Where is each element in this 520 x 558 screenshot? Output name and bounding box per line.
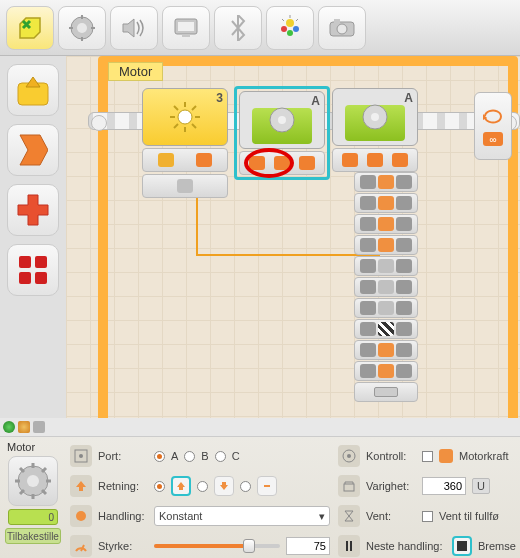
- wait-icon: [378, 301, 394, 315]
- orange-indicator[interactable]: [18, 421, 30, 433]
- palette-move-block[interactable]: [7, 64, 59, 116]
- display-button[interactable]: [162, 6, 210, 50]
- canvas[interactable]: Motor 3 A: [66, 56, 520, 418]
- settings-button[interactable]: [58, 6, 106, 50]
- duration-label: Varighet:: [366, 480, 416, 492]
- mini-icon: [158, 153, 174, 167]
- block-preview: [8, 456, 58, 506]
- action-icon: [70, 505, 92, 527]
- plug-icon: [396, 175, 412, 189]
- wait-option-label: Vent til fullfø: [439, 510, 499, 522]
- port-b-radio[interactable]: [184, 451, 195, 462]
- start-program-button[interactable]: [6, 6, 54, 50]
- svg-line-45: [42, 468, 46, 472]
- port-b-label: B: [201, 450, 208, 462]
- plug-icon: [360, 364, 376, 378]
- direction-stop-radio[interactable]: [240, 481, 251, 492]
- plug-icon: [396, 364, 412, 378]
- arrow-up-icon: [342, 153, 358, 167]
- port-a-radio[interactable]: [154, 451, 165, 462]
- motor-block-expanded[interactable]: A: [332, 88, 418, 172]
- light-sensor-block[interactable]: 3: [142, 88, 228, 198]
- palette-signal-block[interactable]: [7, 124, 59, 176]
- reset-button[interactable]: Tilbakestille: [5, 528, 61, 544]
- svg-point-53: [76, 511, 86, 521]
- direction-up-button[interactable]: [171, 476, 191, 496]
- arrow-up-icon: [196, 153, 212, 167]
- direction-up-radio[interactable]: [154, 481, 165, 492]
- next-action-row: Neste handling: Bremse: [338, 533, 516, 558]
- svg-rect-18: [334, 19, 340, 23]
- slider-fill: [154, 544, 249, 548]
- loop-end-block[interactable]: ∞: [474, 92, 512, 160]
- grey-indicator[interactable]: [33, 421, 45, 433]
- block-config-row[interactable]: [142, 148, 228, 172]
- infinity-icon: ∞: [483, 132, 503, 146]
- sound-button[interactable]: [110, 6, 158, 50]
- svg-line-31: [192, 106, 196, 110]
- config-panel: Motor 0 Tilbakestille Port: A B C Kontro…: [0, 436, 520, 558]
- svg-point-38: [27, 475, 39, 487]
- collapse-handle[interactable]: [374, 387, 398, 397]
- port-icon: [70, 445, 92, 467]
- mini-icon: [177, 179, 193, 193]
- svg-line-15: [296, 19, 298, 21]
- control-icon: [378, 259, 394, 273]
- palette-grid-block[interactable]: [7, 244, 59, 296]
- slider-thumb[interactable]: [243, 539, 255, 553]
- plug-icon: [360, 301, 376, 315]
- control-checkbox[interactable]: [422, 451, 433, 462]
- config-preview: Motor 0 Tilbakestille: [0, 437, 66, 558]
- plug-icon: [396, 322, 412, 336]
- config-grid: Port: A B C Kontroll: Motorkraft Retning…: [66, 437, 520, 558]
- duration-input[interactable]: [422, 477, 466, 495]
- duration-unit[interactable]: U: [472, 478, 490, 494]
- svg-point-9: [286, 19, 294, 27]
- data-hub[interactable]: [354, 172, 418, 402]
- power-slider[interactable]: [154, 544, 280, 548]
- duration-row: Varighet: U: [338, 473, 516, 499]
- svg-point-50: [347, 454, 351, 458]
- wait-row: Vent: Vent til fullfø: [338, 503, 516, 529]
- svg-line-54: [81, 545, 84, 551]
- green-indicator[interactable]: [3, 421, 15, 433]
- wait-checkbox[interactable]: [422, 511, 433, 522]
- annotation-circle: [244, 148, 294, 178]
- port-c-label: C: [232, 450, 240, 462]
- infinity-icon: [299, 156, 315, 170]
- out-rotation-icon: [378, 364, 394, 378]
- plug-icon: [396, 196, 412, 210]
- svg-line-14: [282, 19, 284, 21]
- block-config-row[interactable]: [142, 174, 228, 198]
- power-input[interactable]: [286, 537, 330, 555]
- brake-button[interactable]: [452, 536, 472, 556]
- block-config-row[interactable]: [332, 148, 418, 172]
- action-select[interactable]: Konstant ▾: [154, 506, 330, 526]
- camera-button[interactable]: [318, 6, 366, 50]
- direction-down-radio[interactable]: [197, 481, 208, 492]
- motorpower-icon: [439, 449, 453, 463]
- brake-icon: [338, 535, 360, 557]
- bluetooth-button[interactable]: [214, 6, 262, 50]
- next-action-label: Neste handling:: [366, 540, 446, 552]
- svg-rect-20: [19, 256, 31, 268]
- control-row: Kontroll: Motorkraft: [338, 443, 516, 469]
- port-badge: 3: [216, 91, 223, 105]
- svg-point-12: [287, 30, 293, 36]
- svg-point-34: [278, 116, 286, 124]
- svg-point-48: [79, 454, 83, 458]
- config-title: Motor: [7, 441, 35, 453]
- svg-rect-21: [35, 256, 47, 268]
- plug-icon: [360, 217, 376, 231]
- indicator-bar: [0, 418, 66, 436]
- direction-down-button[interactable]: [214, 476, 234, 496]
- plug-icon: [360, 280, 376, 294]
- palette-plus-block[interactable]: [7, 184, 59, 236]
- plug-icon: [396, 301, 412, 315]
- light-button[interactable]: [266, 6, 314, 50]
- brake-icon: [378, 322, 394, 336]
- direction-stop-button[interactable]: [257, 476, 277, 496]
- port-c-radio[interactable]: [215, 451, 226, 462]
- control-label: Kontroll:: [366, 450, 416, 462]
- svg-point-36: [371, 113, 379, 121]
